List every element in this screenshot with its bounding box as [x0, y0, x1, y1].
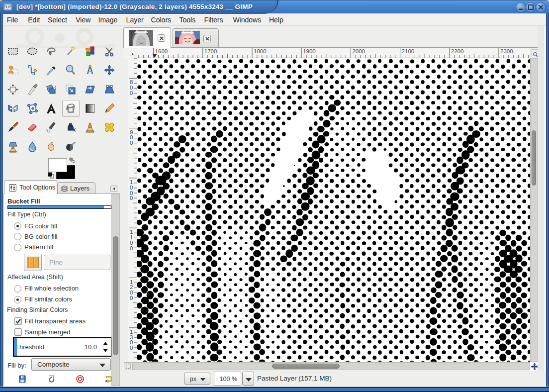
color-picker-tool-icon[interactable] [45, 64, 57, 76]
horizontal-ruler[interactable]: 16001700180019002000210022002300 [137, 48, 530, 58]
menu-layer[interactable]: Layer [126, 15, 144, 25]
svg-text:0: 0 [130, 140, 133, 146]
ink-tool-icon[interactable] [65, 121, 77, 133]
tab-tool-options[interactable]: Tool Options [4, 180, 57, 194]
canvas-menu-button[interactable] [130, 51, 135, 56]
fill-by-combo[interactable]: Composite [31, 358, 111, 371]
measure-tool-icon[interactable] [84, 64, 96, 76]
pencil-tool-icon[interactable] [103, 102, 115, 114]
canvas-horizontal-scrollbar-thumb[interactable] [272, 364, 340, 369]
vertical-ruler[interactable]: 8009001000110012001300 [128, 58, 137, 362]
smudge-tool-icon[interactable] [45, 141, 57, 153]
perspective-tool-icon[interactable] [103, 84, 115, 96]
menu-windows[interactable]: Windows [233, 15, 261, 25]
swap-colors-icon[interactable] [68, 157, 76, 164]
canvas[interactable] [137, 58, 530, 362]
shear-tool-icon[interactable] [84, 84, 96, 96]
alignment-tool-icon[interactable] [7, 84, 19, 96]
scale-tool-icon[interactable] [65, 84, 77, 96]
foreground-select-tool-icon[interactable] [7, 64, 19, 76]
menu-select[interactable]: Select [48, 15, 67, 25]
paintbrush-tool-icon[interactable] [7, 121, 19, 133]
tool-options-tab-icon [8, 184, 17, 192]
rectangle-select-tool-icon[interactable] [7, 45, 19, 57]
move-tool-icon[interactable] [103, 64, 115, 76]
image-tab-grayscale[interactable] [123, 27, 171, 48]
paths-tool-icon[interactable] [26, 64, 38, 76]
blur-sharpen-tool-icon[interactable] [26, 141, 38, 153]
zoom-dropdown-button[interactable] [242, 372, 254, 386]
threshold-slider[interactable]: Threshold Threshold 10.0 [13, 337, 112, 357]
maximize-button[interactable] [526, 2, 536, 12]
image-tab-color[interactable] [173, 28, 219, 47]
eraser-tool-icon[interactable] [26, 121, 38, 133]
cage-transform-tool-icon[interactable] [26, 102, 38, 114]
titlebar[interactable]: [dev] *[bottom] (imported)-12.0 (Graysca… [0, 0, 549, 13]
flip-tool-icon[interactable] [7, 102, 19, 114]
save-tool-preset-button[interactable] [18, 375, 27, 384]
dodge-burn-tool-icon[interactable] [65, 141, 77, 153]
crop-tool-icon[interactable] [26, 84, 38, 96]
unit-combo[interactable]: px [184, 373, 210, 385]
restore-tool-preset-button[interactable] [47, 375, 56, 384]
opacity-slider-fill [8, 206, 104, 208]
close-color-tab-button[interactable] [203, 35, 211, 42]
close-button[interactable] [536, 2, 546, 12]
menu-file[interactable]: File [7, 15, 18, 25]
text-tool-icon[interactable] [45, 102, 57, 114]
minimize-button[interactable] [516, 2, 526, 12]
perspective-clone-tool-icon[interactable] [7, 141, 19, 153]
threshold-label: Threshold [15, 343, 44, 351]
pattern-button[interactable] [24, 254, 42, 271]
free-select-tool-icon[interactable] [45, 45, 57, 57]
fill-transparent-areas-checkbox[interactable] [14, 317, 22, 325]
svg-text:2300: 2300 [500, 48, 513, 54]
radio-dot [16, 225, 19, 227]
threshold-spin-down[interactable] [103, 349, 108, 352]
fuzzy-select-tool-icon[interactable] [65, 45, 77, 57]
scissors-select-tool-icon[interactable] [103, 45, 115, 57]
menu-edit[interactable]: Edit [28, 15, 40, 25]
tab-layers[interactable]: Layers [57, 182, 95, 194]
fill-similar-colors-radio[interactable] [14, 296, 21, 303]
sample-merged-checkbox[interactable] [14, 328, 22, 336]
quickmask-toggle-button[interactable] [124, 362, 132, 370]
canvas-vertical-scrollbar[interactable] [530, 58, 538, 362]
fg-color-fill-radio[interactable] [14, 222, 21, 230]
dock-menu-button[interactable] [110, 185, 117, 192]
heal-tool-icon[interactable] [103, 121, 115, 133]
menu-view[interactable]: View [76, 15, 91, 25]
menu-help[interactable]: Help [269, 15, 283, 25]
dock-menu-icon [110, 186, 117, 192]
tool-options-scrollbar[interactable] [111, 194, 120, 386]
clone-tool-icon[interactable] [84, 121, 96, 133]
menu-tools[interactable]: Tools [180, 15, 196, 25]
pattern-name-entry[interactable]: Pine [44, 255, 110, 270]
zoom-tool-icon[interactable] [65, 64, 77, 76]
delete-tool-preset-button[interactable] [76, 375, 85, 384]
menu-colors[interactable]: Colors [151, 15, 171, 25]
menu-filters[interactable]: Filters [204, 15, 223, 25]
opacity-slider[interactable] [7, 205, 111, 209]
fill-whole-selection-radio[interactable] [14, 285, 21, 293]
close-icon [205, 36, 210, 41]
sample-merged-label: Sample merged [25, 328, 71, 336]
menu-image[interactable]: Image [98, 15, 118, 25]
canvas-horizontal-scrollbar[interactable] [132, 362, 530, 370]
select-by-color-tool-icon[interactable] [84, 45, 96, 57]
threshold-spin-up[interactable] [103, 342, 108, 345]
default-colors-icon[interactable] [48, 172, 54, 179]
rotate-tool-icon[interactable] [45, 84, 57, 96]
layers-tab-label: Layers [70, 185, 90, 192]
tool-options-scrollbar-thumb[interactable] [113, 236, 118, 355]
foreground-color-swatch[interactable] [48, 158, 67, 172]
close-grayscale-tab-button[interactable] [158, 34, 165, 42]
gradient-tool-icon[interactable] [84, 102, 96, 114]
ellipse-select-tool-icon[interactable] [26, 45, 38, 57]
bg-color-fill-radio[interactable] [14, 233, 21, 240]
airbrush-tool-icon[interactable] [45, 121, 57, 133]
bucket-fill-tool-icon[interactable] [65, 102, 77, 114]
pattern-fill-radio[interactable] [14, 244, 21, 251]
zoom-entry[interactable]: 100 % [214, 372, 241, 386]
canvas-vertical-scrollbar-thumb[interactable] [532, 130, 536, 186]
